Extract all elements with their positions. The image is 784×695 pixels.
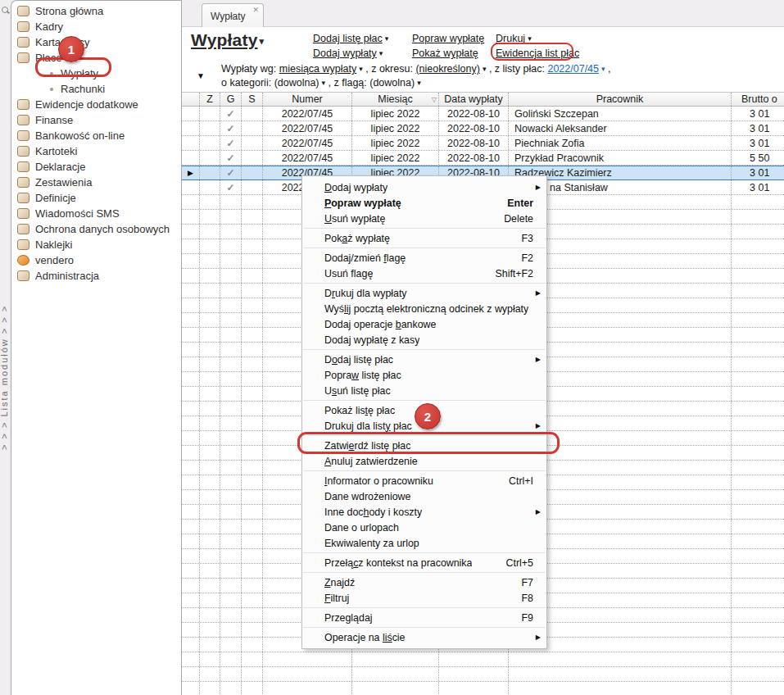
menu-item-popraw-wypłatę[interactable]: Popraw wypłatęEnter: [302, 195, 546, 211]
filter-dropdown-20220745[interactable]: 2022/07/45▾: [547, 63, 605, 75]
menu-shortcut: F7: [522, 577, 540, 588]
sidebar-subitem-rachunki[interactable]: Rachunki: [11, 81, 181, 97]
menu-item-anuluj-zatwierdzenie[interactable]: Anuluj zatwierdzenie: [302, 453, 546, 469]
menu-item-label: Przeglądaj: [324, 612, 373, 624]
module-strip[interactable]: > > > Lista modułów > > >: [0, 0, 11, 695]
sidebar-item-strona-g-wna[interactable]: Strona główna: [11, 3, 181, 19]
search-magnifier-icon[interactable]: [2, 7, 9, 14]
empty-cell: [732, 416, 784, 430]
column-header-z[interactable]: Z: [200, 93, 220, 106]
filter-dropdown-dowolna[interactable]: (dowolna)▾: [274, 77, 325, 89]
sidebar-item-kadry[interactable]: Kadry: [11, 19, 181, 34]
sidebar-item-bankowo-on-line[interactable]: Bankowość on-line: [11, 128, 181, 143]
submenu-arrow-icon: ▶: [536, 422, 541, 429]
table-row[interactable]: ✓2022/07/45lipiec 20222022-08-10Goliński…: [182, 107, 784, 121]
menu-item-dodaj-wypłatę-z-kasy[interactable]: Dodaj wypłatę z kasy: [302, 332, 546, 348]
cell-z: [200, 151, 220, 165]
menu-item-dodaj-operacje-bankowe[interactable]: Dodaj operacje bankowe: [302, 316, 546, 332]
column-header-g[interactable]: G: [220, 93, 242, 106]
sidebar-item-naklejki[interactable]: Naklejki: [11, 237, 181, 252]
toolbar-link-poka-wyp-at-[interactable]: Pokaż wypłatę: [412, 48, 484, 59]
tab-wyplaty[interactable]: Wypłaty ✕: [202, 3, 264, 27]
sidebar-item-deklaracje[interactable]: Deklaracje: [11, 159, 181, 175]
sidebar-item-vendero[interactable]: vendero: [11, 252, 181, 268]
table-row[interactable]: ✓2022/07/45lipiec 20222022-08-10Przykład…: [182, 151, 784, 166]
sidebar-subitem-label: Rachunki: [61, 83, 105, 95]
sidebar-item-ewidencje-dodatkowe[interactable]: Ewidencje dodatkowe: [11, 97, 181, 112]
row-indicator: [182, 225, 200, 238]
menu-item-dodaj-listę-płac[interactable]: Dodaj listę płac▶: [302, 352, 546, 367]
row-indicator: [182, 298, 200, 312]
menu-item-drukuj-dla-listy-płac[interactable]: Drukuj dla listy płac▶: [302, 418, 546, 434]
column-header-brutto-o[interactable]: Brutto o: [732, 93, 784, 106]
menu-item-dodaj-zmień-flagę[interactable]: Dodaj/zmień flagęF2: [302, 250, 546, 266]
sidebar-item-definicje[interactable]: Definicje: [11, 190, 181, 206]
sidebar-subitem-wyp-aty[interactable]: Wypłaty: [11, 66, 181, 81]
sidebar-item-administracja[interactable]: Administracja: [11, 268, 181, 284]
column-header-data-wypłaty[interactable]: Data wypłaty: [439, 93, 509, 106]
menu-item-pokaż-listę-płac[interactable]: Pokaż listę płac: [302, 402, 546, 418]
column-header-miesiąc[interactable]: Miesiąc▽: [352, 93, 439, 106]
menu-item-ekwiwalenty-za-urlop[interactable]: Ekwiwalenty za urlop: [302, 535, 546, 551]
sidebar-item-wiadomo-ci-sms[interactable]: Wiadomości SMS: [11, 206, 181, 221]
menu-item-usuń-flagę[interactable]: Usuń flagęShift+F2: [302, 266, 546, 281]
empty-cell: [242, 652, 263, 666]
menu-item-dane-o-urlopach[interactable]: Dane o urlopach: [302, 520, 546, 535]
menu-item-dane-wdrożeniowe[interactable]: Dane wdrożeniowe: [302, 488, 546, 504]
menu-item-usuń-wypłatę[interactable]: Usuń wypłatęDelete: [302, 211, 546, 226]
menu-item-inne-dochody-i-koszty[interactable]: Inne dochody i koszty▶: [302, 504, 546, 520]
menu-item-informator-o-pracowniku[interactable]: Informator o pracownikuCtrl+I: [302, 473, 546, 488]
sidebar-item-zestawienia[interactable]: Zestawienia: [11, 175, 181, 190]
menu-item-dodaj-wypłaty[interactable]: Dodaj wypłaty▶: [302, 179, 546, 195]
sidebar-item-karta-pracy[interactable]: Karta pracy: [11, 34, 181, 50]
sidebar-item-finanse[interactable]: Finanse: [11, 112, 181, 128]
empty-table-row[interactable]: [182, 667, 784, 682]
menu-item-wyślij-pocztą-elektroniczną-odcinek-z-wypłaty[interactable]: Wyślij pocztą elektroniczną odcinek z wy…: [302, 301, 546, 316]
tab-close-icon[interactable]: ✕: [252, 7, 259, 14]
toolbar-link-ewidencja-list-p-ac[interactable]: Ewidencja list płac: [496, 48, 579, 59]
column-header-indicator[interactable]: [182, 93, 200, 106]
empty-table-row[interactable]: [182, 652, 784, 667]
cell-brutto: 3 01: [732, 121, 784, 135]
toolbar-link-popraw-wyp-at-[interactable]: Popraw wypłatę: [412, 33, 484, 44]
zestawienia-icon: [17, 177, 29, 188]
filter-segment-label: 2022/07/45: [547, 63, 599, 75]
menu-item-drukuj-dla-wypłaty[interactable]: Drukuj dla wypłaty▶: [302, 285, 546, 301]
menu-item-przełącz-kontekst-na-pracownika[interactable]: Przełącz kontekst na pracownikaCtrl+5: [302, 555, 546, 570]
toolbar-link-drukuj[interactable]: Drukuj▾: [496, 33, 579, 44]
filter-collapse-toggle[interactable]: ▼: [197, 71, 205, 80]
filter-dropdown-dowolna[interactable]: (dowolna)▾: [369, 77, 420, 89]
empty-cell: [242, 667, 263, 681]
table-row[interactable]: ✓2022/07/45lipiec 20222022-08-10Nowacki …: [182, 121, 784, 136]
menu-item-operacje-na-liście[interactable]: Operacje na liście▶: [302, 629, 546, 645]
table-row[interactable]: ✓2022/07/45lipiec 20222022-08-10Piechnia…: [182, 136, 784, 151]
toolbar-link-dodaj-wyp-aty[interactable]: Dodaj wypłaty▾: [313, 48, 388, 59]
menu-item-znajdź[interactable]: ZnajdźF7: [302, 575, 546, 590]
menu-item-label: Dodaj operacje bankowe: [324, 319, 436, 330]
filter-dropdown-nieokreślony[interactable]: (nieokreślony)▾: [415, 63, 486, 75]
menu-item-usuń-listę-płac[interactable]: Usuń listę płac: [302, 383, 546, 398]
column-header-pracownik[interactable]: Pracownik: [509, 93, 732, 106]
row-indicator: [182, 461, 200, 475]
empty-cell: [242, 475, 263, 489]
toolbar-link-label: Pokaż wypłatę: [412, 48, 478, 59]
menu-item-przeglądaj[interactable]: PrzeglądajF9: [302, 610, 546, 625]
sidebar-item-ochrona-danych-osobowych[interactable]: Ochrona danych osobowych: [11, 221, 181, 237]
empty-table-row[interactable]: [182, 682, 784, 695]
cell-g: ✓: [220, 107, 242, 120]
column-header-s[interactable]: S: [242, 93, 263, 106]
filter-dropdown-miesiącawypłaty[interactable]: miesiąca wypłaty▾: [279, 63, 363, 75]
modules-sidebar: Strona głównaKadryKarta pracyPłaceWypłat…: [11, 0, 182, 695]
toolbar-link-dodaj-list-p-ac[interactable]: Dodaj listę płac▾: [313, 33, 388, 44]
menu-item-popraw-listę-płac[interactable]: Popraw listę płac: [302, 367, 546, 383]
sidebar-item-kartoteki[interactable]: Kartoteki: [11, 143, 181, 159]
empty-cell: [263, 667, 352, 681]
administracja-icon: [17, 270, 29, 281]
menu-item-pokaż-wypłatę[interactable]: Pokaż wypłatęF3: [302, 230, 546, 246]
sidebar-item-p-ace[interactable]: Płace: [11, 50, 181, 66]
toolbar-link-label: Dodaj listę płac: [313, 33, 383, 44]
menu-item-filtruj[interactable]: FiltrujF8: [302, 590, 546, 606]
column-header-numer[interactable]: Numer: [263, 93, 352, 106]
menu-item-zatwierdź-listę-płac[interactable]: Zatwierdź listę płac: [302, 438, 546, 453]
page-title[interactable]: Wypłaty▾: [191, 30, 264, 50]
